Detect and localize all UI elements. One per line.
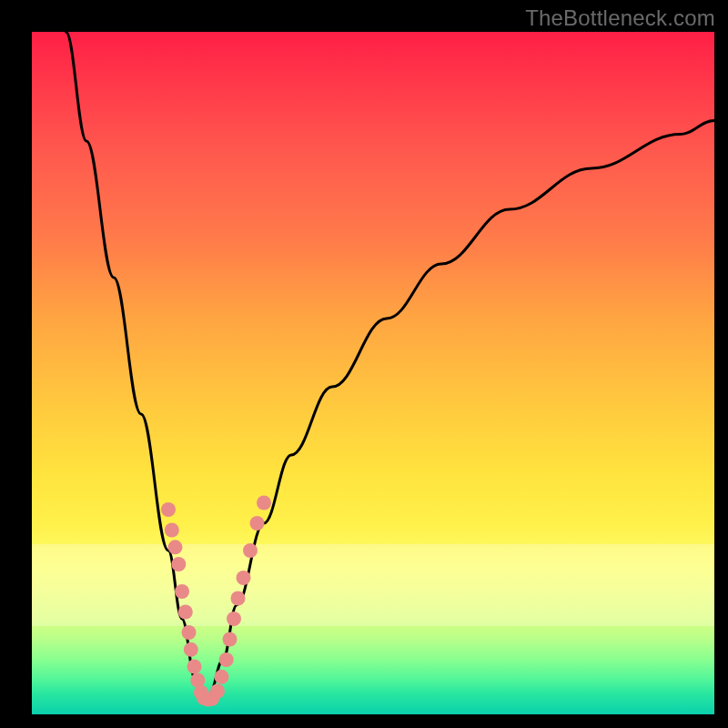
data-dot [168,540,183,554]
watermark-text: TheBottleneck.com [525,5,715,31]
data-dot [223,632,238,647]
data-dot [187,660,202,674]
data-dot [243,543,258,558]
data-dot [227,612,241,626]
data-dot [184,642,198,657]
data-dot [250,516,265,531]
data-dot [178,605,193,620]
curve-layer [32,32,714,714]
data-dot [175,584,189,599]
bottleneck-curve [66,32,715,701]
data-dot [237,571,251,585]
data-dot [210,684,225,699]
data-dot [219,652,234,667]
data-dot [171,557,186,571]
data-dot [231,592,246,606]
data-dot [182,625,197,640]
plot-area [32,32,714,714]
data-dot [215,670,229,684]
chart-frame: TheBottleneck.com [0,0,728,728]
data-dot [190,673,205,688]
data-dot [165,523,179,538]
data-dot [161,502,176,517]
data-dot [257,496,271,511]
